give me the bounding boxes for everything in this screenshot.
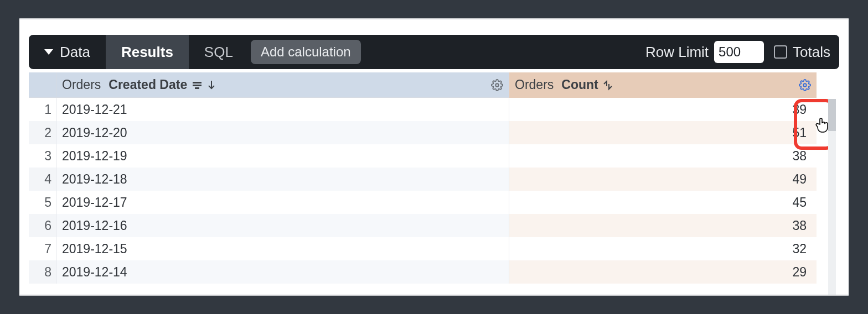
tab-sql[interactable]: SQL — [189, 35, 249, 69]
svg-rect-0 — [193, 82, 202, 83]
cell-created-date[interactable]: 2019-12-15 — [56, 237, 509, 260]
tab-data-label: Data — [60, 44, 90, 61]
header-dim-field: Created Date — [108, 77, 187, 92]
row-number: 5 — [29, 191, 56, 214]
cell-count[interactable]: 45 — [509, 191, 817, 214]
header-row: Orders Created Date Orders Count — [29, 72, 833, 98]
add-calculation-label: Add calculation — [261, 44, 351, 59]
svg-point-5 — [803, 83, 807, 87]
sort-desc-icon[interactable] — [207, 80, 216, 91]
data-toolbar: Data Results SQL Add calculation Row Lim… — [29, 35, 839, 69]
row-number: 6 — [29, 214, 56, 237]
cell-created-date[interactable]: 2019-12-20 — [56, 121, 509, 144]
cell-created-date[interactable]: 2019-12-14 — [56, 260, 509, 284]
dim-gear-icon[interactable] — [491, 79, 503, 91]
row-limit-label: Row Limit — [645, 44, 709, 61]
cell-count[interactable]: 51 — [509, 121, 817, 144]
table-row: 72019-12-1532 — [29, 237, 833, 260]
row-limit-group: Row Limit — [645, 41, 764, 63]
table-row: 22019-12-2051 — [29, 121, 833, 144]
drill-icon[interactable] — [603, 80, 613, 91]
cell-count[interactable]: 39 — [509, 98, 817, 121]
scrollbar-thumb[interactable] — [828, 99, 836, 131]
svg-point-4 — [495, 83, 499, 87]
tab-results[interactable]: Results — [106, 35, 189, 69]
svg-rect-2 — [195, 87, 199, 89]
cell-count[interactable]: 38 — [509, 144, 817, 168]
totals-group: Totals — [774, 44, 830, 61]
header-dim-entity: Orders — [62, 77, 101, 92]
pivot-icon[interactable] — [192, 80, 203, 91]
table-body: 12019-12-213922019-12-205132019-12-19384… — [29, 98, 833, 284]
row-number: 4 — [29, 168, 56, 191]
header-msr-entity: Orders — [515, 77, 554, 92]
svg-rect-1 — [193, 85, 202, 86]
results-grid: Orders Created Date Orders Count — [29, 72, 833, 284]
tab-sql-label: SQL — [204, 44, 233, 61]
row-limit-input[interactable] — [714, 41, 764, 63]
header-msr-field: Count — [561, 77, 598, 92]
table-row: 32019-12-1938 — [29, 144, 833, 168]
header-rownum — [29, 72, 56, 98]
tab-data[interactable]: Data — [29, 35, 106, 69]
row-number: 2 — [29, 121, 56, 144]
cell-created-date[interactable]: 2019-12-16 — [56, 214, 509, 237]
row-number: 8 — [29, 260, 56, 284]
cell-created-date[interactable]: 2019-12-18 — [56, 168, 509, 191]
tab-results-label: Results — [121, 44, 173, 61]
cell-created-date[interactable]: 2019-12-21 — [56, 98, 509, 121]
table-row: 82019-12-1429 — [29, 260, 833, 284]
row-number: 7 — [29, 237, 56, 260]
table-row: 52019-12-1745 — [29, 191, 833, 214]
caret-down-icon — [44, 49, 53, 55]
cell-count[interactable]: 32 — [509, 237, 817, 260]
msr-gear-icon[interactable] — [799, 79, 811, 91]
row-number: 3 — [29, 144, 56, 168]
results-panel: Data Results SQL Add calculation Row Lim… — [19, 18, 849, 296]
table-row: 12019-12-2139 — [29, 98, 833, 121]
vertical-scrollbar[interactable] — [828, 99, 836, 296]
cell-count[interactable]: 49 — [509, 168, 817, 191]
totals-checkbox[interactable] — [774, 45, 787, 59]
totals-label: Totals — [793, 44, 830, 61]
header-dimension[interactable]: Orders Created Date — [56, 72, 509, 98]
cell-count[interactable]: 29 — [509, 260, 817, 284]
cell-created-date[interactable]: 2019-12-19 — [56, 144, 509, 168]
header-measure[interactable]: Orders Count — [509, 72, 817, 98]
table-row: 62019-12-1638 — [29, 214, 833, 237]
cell-count[interactable]: 38 — [509, 214, 817, 237]
row-number: 1 — [29, 98, 56, 121]
cell-created-date[interactable]: 2019-12-17 — [56, 191, 509, 214]
table-row: 42019-12-1849 — [29, 168, 833, 191]
add-calculation-button[interactable]: Add calculation — [251, 40, 361, 64]
